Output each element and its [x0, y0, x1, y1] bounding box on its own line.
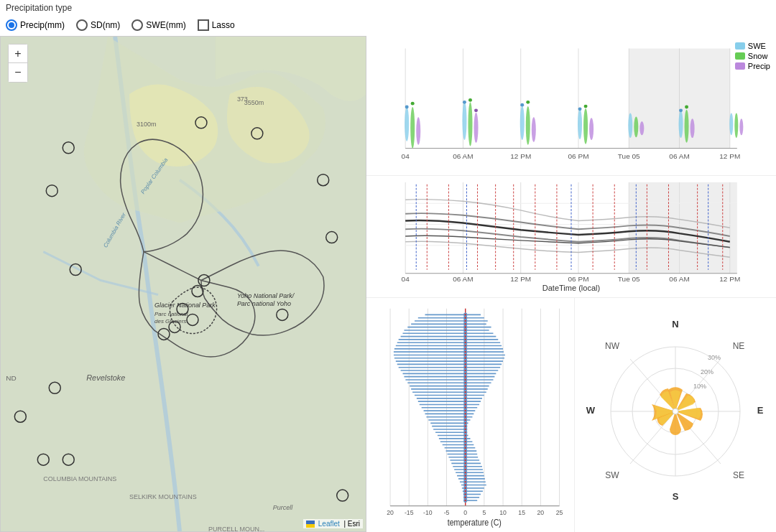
zoom-out-button[interactable]: −: [9, 63, 27, 82]
svg-text:S: S: [673, 491, 679, 502]
legend-swe: SWE: [735, 42, 770, 50]
leaflet-link[interactable]: Leaflet: [318, 520, 340, 528]
svg-point-58: [532, 117, 536, 141]
svg-point-51: [468, 102, 472, 146]
svg-point-66: [628, 113, 632, 138]
svg-text:12 PM: 12 PM: [719, 152, 740, 160]
svg-text:373: 373: [237, 95, 248, 103]
zoom-in-button[interactable]: +: [9, 45, 27, 63]
svg-point-76: [739, 118, 743, 135]
svg-text:N: N: [672, 319, 678, 330]
svg-point-74: [729, 113, 733, 136]
svg-point-57: [526, 106, 530, 145]
svg-point-52: [474, 113, 479, 143]
radio-precip-circle: [6, 19, 17, 31]
legend-swe-label: SWE: [748, 42, 766, 50]
svg-point-61: [578, 109, 582, 139]
svg-text:NW: NW: [605, 341, 620, 351]
map-zoom-controls[interactable]: + −: [8, 44, 28, 83]
svg-text:04: 04: [402, 276, 410, 284]
svg-point-68: [639, 121, 644, 135]
svg-text:12 PM: 12 PM: [510, 276, 531, 284]
svg-text:W: W: [586, 405, 596, 416]
svg-text:Parc national Yoho: Parc national Yoho: [237, 300, 291, 307]
svg-text:-5: -5: [444, 508, 450, 516]
svg-point-60: [526, 101, 530, 104]
svg-text:06 AM: 06 AM: [453, 276, 473, 284]
svg-point-254: [464, 499, 467, 502]
radio-precip[interactable]: Precip(mm): [6, 19, 65, 31]
svg-point-64: [578, 107, 582, 111]
svg-point-50: [462, 101, 466, 140]
svg-point-67: [634, 116, 638, 137]
svg-point-53: [463, 101, 466, 104]
svg-text:-10: -10: [423, 508, 433, 516]
svg-point-59: [520, 103, 524, 107]
precipitation-type-controls: Precip(mm) SD(nm) SWE(mm) Lasso: [6, 19, 235, 31]
svg-point-69: [679, 111, 683, 138]
svg-text:12 PM: 12 PM: [719, 276, 740, 284]
svg-point-55: [474, 108, 478, 112]
temp-time-chart: 04 06 AM 12 PM 06 PM Tue 05 06 AM 12 PM …: [366, 176, 776, 298]
svg-text:06 AM: 06 AM: [669, 152, 689, 160]
svg-text:Glacier National Park: Glacier National Park: [154, 302, 216, 309]
svg-point-73: [685, 106, 688, 109]
svg-text:06 AM: 06 AM: [453, 152, 473, 160]
svg-text:SE: SE: [733, 470, 744, 480]
svg-text:12 PM: 12 PM: [510, 152, 531, 160]
svg-text:Parc national: Parc national: [154, 311, 188, 317]
svg-text:Revelstoke: Revelstoke: [86, 373, 125, 382]
svg-point-47: [416, 117, 420, 144]
svg-point-70: [685, 110, 689, 143]
checkbox-lasso-label: Lasso: [212, 20, 235, 30]
esri-attribution: Esri: [348, 520, 360, 528]
svg-point-49: [411, 102, 415, 106]
precip-legend: SWE Snow Precip: [735, 42, 770, 70]
map-container[interactable]: Glacier National Park Parc national des …: [0, 36, 366, 532]
radio-precip-label: Precip(mm): [20, 20, 65, 30]
legend-swe-swatch: [735, 42, 745, 50]
svg-point-72: [679, 108, 683, 112]
svg-text:NE: NE: [733, 341, 745, 351]
svg-text:3100m: 3100m: [137, 121, 156, 128]
bottom-panels: 20 -15 -10 -5 0 5 10 15 20 25 temperatur…: [366, 298, 776, 532]
radio-swe-circle: [131, 19, 143, 31]
svg-text:25: 25: [556, 508, 563, 516]
radio-swe-label: SWE(mm): [146, 20, 185, 30]
svg-text:0: 0: [463, 508, 467, 516]
map-attribution: Leaflet | Esri: [303, 519, 363, 528]
radio-sd[interactable]: SD(nm): [76, 19, 120, 31]
svg-text:PURCELL MOUN...: PURCELL MOUN...: [208, 526, 264, 531]
svg-point-65: [584, 105, 588, 108]
svg-point-48: [405, 106, 409, 109]
checkbox-lasso[interactable]: Lasso: [198, 19, 235, 31]
svg-text:06 AM: 06 AM: [669, 276, 689, 284]
svg-text:20: 20: [387, 508, 394, 516]
svg-text:20: 20: [537, 508, 545, 516]
legend-precip-label: Precip: [748, 62, 770, 70]
svg-point-56: [520, 106, 525, 140]
precip-chart: 04 06 AM 12 PM 06 PM Tue 05 06 AM 12 PM …: [366, 36, 776, 176]
svg-text:E: E: [757, 405, 764, 416]
checkbox-lasso-box: [198, 19, 209, 31]
svg-text:Tue 05: Tue 05: [618, 276, 640, 284]
svg-text:04: 04: [402, 152, 410, 160]
wind-rose-chart: N NE E SE S SW W NW 10% 20% 30%: [575, 298, 776, 532]
legend-snow-label: Snow: [748, 52, 768, 60]
svg-text:des Glaciers: des Glaciers: [154, 318, 186, 325]
radio-swe[interactable]: SWE(mm): [131, 19, 185, 31]
svg-text:Purcell: Purcell: [273, 504, 293, 511]
svg-text:06 PM: 06 PM: [568, 276, 589, 284]
page-title: Precipitation type: [6, 3, 72, 13]
top-bar: Precipitation type Precip(mm) SD(nm) SWE…: [0, 0, 776, 36]
svg-point-285: [673, 409, 678, 414]
svg-text:Tue 05: Tue 05: [618, 152, 640, 160]
svg-text:06 PM: 06 PM: [568, 152, 589, 160]
svg-point-62: [583, 108, 588, 144]
svg-text:COLUMBIA MOUNTAINS: COLUMBIA MOUNTAINS: [43, 475, 116, 482]
svg-text:temperature (C): temperature (C): [448, 518, 502, 527]
svg-text:SELKIRK MOUNTAINS: SELKIRK MOUNTAINS: [129, 493, 197, 500]
legend-snow-swatch: [735, 52, 745, 60]
legend-precip-swatch: [735, 62, 745, 70]
svg-point-54: [468, 98, 472, 102]
